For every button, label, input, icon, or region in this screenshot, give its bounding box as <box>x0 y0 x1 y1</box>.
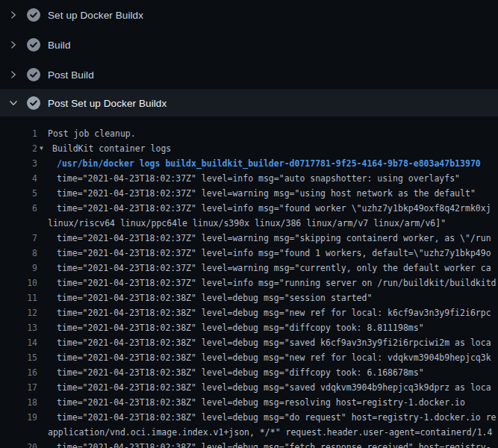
log-line-text: time="2021-04-23T18:02:38Z" level=debug … <box>57 290 372 305</box>
log-line: 6 time="2021-04-23T18:02:37Z" level=info… <box>0 201 498 216</box>
log-line-text: time="2021-04-23T18:02:38Z" level=debug … <box>57 350 491 365</box>
chevron-right-icon <box>9 40 18 49</box>
log-line-text: /usr/bin/docker logs buildx_buildkit_bui… <box>57 156 481 171</box>
log-line-number[interactable]: 17 <box>0 380 37 395</box>
log-line-number[interactable]: 3 <box>0 156 37 171</box>
log-line: linux/riscv64 linux/ppc64le linux/s390x … <box>0 216 498 231</box>
log-line: 1 Post job cleanup. <box>0 126 498 141</box>
log-line: 10 time="2021-04-23T18:02:37Z" level=inf… <box>0 276 498 290</box>
log-line: 4 time="2021-04-23T18:02:37Z" level=info… <box>0 171 498 186</box>
log-line-text: time="2021-04-23T18:02:37Z" level=info m… <box>57 171 460 186</box>
step-row-post-build[interactable]: Post Build <box>0 60 498 89</box>
log-line-command: 3 /usr/bin/docker logs buildx_buildkit_b… <box>0 156 498 171</box>
log-line-text: time="2021-04-23T18:02:37Z" level=warnin… <box>57 261 491 276</box>
log-line: 13 time="2021-04-23T18:02:38Z" level=deb… <box>0 320 498 335</box>
log-line-number[interactable]: 4 <box>0 171 37 186</box>
log-line-text: time="2021-04-23T18:02:38Z" level=debug … <box>57 320 424 335</box>
log-line: 14 time="2021-04-23T18:02:38Z" level=deb… <box>0 335 498 350</box>
log-line-number[interactable]: 20 <box>0 440 37 448</box>
log-line-text: time="2021-04-23T18:02:37Z" level=warnin… <box>57 231 491 246</box>
check-circle-icon <box>27 96 40 110</box>
log-line: 5 time="2021-04-23T18:02:37Z" level=warn… <box>0 186 498 201</box>
log-line-text: time="2021-04-23T18:02:37Z" level=warnin… <box>57 186 476 201</box>
log-line-number[interactable]: 19 <box>0 410 37 425</box>
log-line: 18 time="2021-04-23T18:02:38Z" level=deb… <box>0 395 498 410</box>
log-group-collapse-triangle-icon[interactable]: ▼ <box>40 141 43 156</box>
log-line-number[interactable]: 9 <box>0 261 37 276</box>
log-line-number[interactable]: 6 <box>0 201 37 216</box>
log-group-header[interactable]: 2 BuildKit container logs ▼ <box>0 141 498 156</box>
check-circle-icon <box>27 8 40 22</box>
step-label: Post Set up Docker Buildx <box>48 97 166 108</box>
log-line: 19 time="2021-04-23T18:02:38Z" level=deb… <box>0 410 498 425</box>
log-line-number[interactable]: 5 <box>0 186 37 201</box>
step-row-build[interactable]: Build <box>0 30 498 60</box>
log-line-text: time="2021-04-23T18:02:38Z" level=debug … <box>57 365 424 380</box>
log-line-text: time="2021-04-23T18:02:37Z" level=info m… <box>57 276 497 290</box>
step-label: Post Build <box>48 69 94 80</box>
log-line: 11 time="2021-04-23T18:02:38Z" level=deb… <box>0 290 498 305</box>
step-row-post-set-up-docker-buildx[interactable]: Post Set up Docker Buildx <box>0 89 498 116</box>
log-line-number[interactable]: 7 <box>0 231 37 246</box>
log-line-text: time="2021-04-23T18:02:38Z" level=debug … <box>57 335 491 350</box>
step-label: Build <box>48 40 71 51</box>
log-line-text: BuildKit container logs <box>52 141 171 156</box>
chevron-down-icon <box>9 99 18 108</box>
log-line-number[interactable]: 11 <box>0 290 37 305</box>
log-line-number[interactable]: 10 <box>0 276 37 290</box>
log-line: 8 time="2021-04-23T18:02:37Z" level=info… <box>0 246 498 261</box>
check-circle-icon <box>27 68 40 81</box>
log-line: 15 time="2021-04-23T18:02:38Z" level=deb… <box>0 350 498 365</box>
log-line-text: application/vnd.oci.image.index.v1+json,… <box>48 425 492 440</box>
log-line-number[interactable]: 1 <box>0 126 37 141</box>
log-line: 16 time="2021-04-23T18:02:38Z" level=deb… <box>0 365 498 380</box>
log-line: 17 time="2021-04-23T18:02:38Z" level=deb… <box>0 380 498 395</box>
log-line-text: time="2021-04-23T18:02:38Z" level=debug … <box>57 305 491 320</box>
log-line: 9 time="2021-04-23T18:02:37Z" level=warn… <box>0 261 498 276</box>
log-line: 20 time="2021-04-23T18:02:38Z" level=deb… <box>0 440 498 448</box>
chevron-right-icon <box>9 70 18 79</box>
log-line-text: time="2021-04-23T18:02:37Z" level=info m… <box>57 246 491 261</box>
log-line-number[interactable]: 12 <box>0 305 37 320</box>
log-output: 1 Post job cleanup. 2 BuildKit container… <box>0 116 498 448</box>
log-line-number[interactable]: 2 <box>0 141 37 156</box>
log-line: application/vnd.oci.image.index.v1+json,… <box>0 425 498 440</box>
log-line-text: time="2021-04-23T18:02:38Z" level=debug … <box>57 410 497 425</box>
log-line-number[interactable]: 15 <box>0 350 37 365</box>
log-line-text: time="2021-04-23T18:02:38Z" level=debug … <box>57 440 491 448</box>
log-line-number[interactable]: 13 <box>0 320 37 335</box>
log-line-number[interactable]: 16 <box>0 365 37 380</box>
log-line-text: time="2021-04-23T18:02:37Z" level=info m… <box>57 201 491 216</box>
step-label: Set up Docker Buildx <box>48 10 143 21</box>
log-line-number[interactable]: 8 <box>0 246 37 261</box>
log-line-text: time="2021-04-23T18:02:38Z" level=debug … <box>57 395 465 410</box>
log-line-text: linux/riscv64 linux/ppc64le linux/s390x … <box>48 216 446 231</box>
log-line-text: time="2021-04-23T18:02:38Z" level=debug … <box>57 380 491 395</box>
log-line-number[interactable]: 14 <box>0 335 37 350</box>
log-line-number[interactable]: 18 <box>0 395 37 410</box>
chevron-right-icon <box>9 10 18 19</box>
log-line-text: Post job cleanup. <box>48 126 136 141</box>
step-list: Set up Docker Buildx Build Post Build Po… <box>0 0 498 116</box>
log-line: 7 time="2021-04-23T18:02:37Z" level=warn… <box>0 231 498 246</box>
log-line: 12 time="2021-04-23T18:02:38Z" level=deb… <box>0 305 498 320</box>
step-row-set-up-docker-buildx[interactable]: Set up Docker Buildx <box>0 0 498 30</box>
check-circle-icon <box>27 38 40 52</box>
